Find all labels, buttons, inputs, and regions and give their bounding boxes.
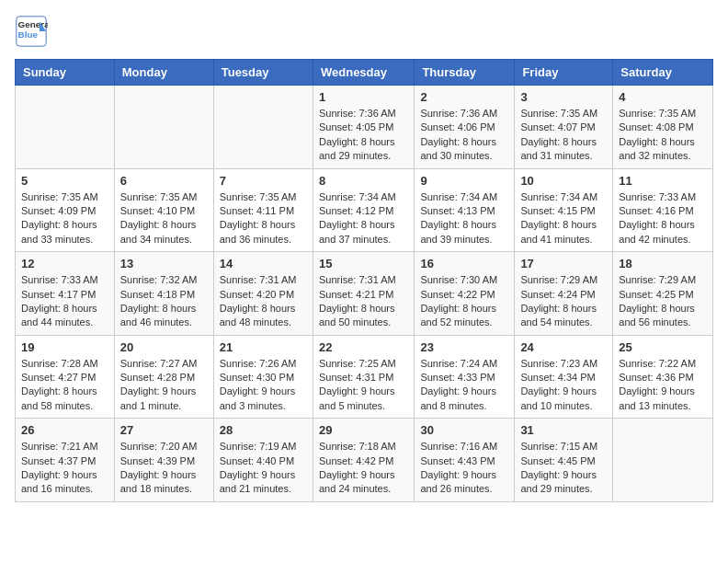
weekday-header-sunday: Sunday xyxy=(16,60,115,86)
weekday-header-friday: Friday xyxy=(515,60,613,86)
calendar-cell: 9Sunrise: 7:34 AM Sunset: 4:13 PM Daylig… xyxy=(415,168,515,252)
day-info: Sunrise: 7:35 AM Sunset: 4:10 PM Dayligh… xyxy=(120,190,208,247)
logo: General Blue xyxy=(15,15,53,48)
weekday-header-tuesday: Tuesday xyxy=(213,60,313,86)
weekday-header-row: SundayMondayTuesdayWednesdayThursdayFrid… xyxy=(16,60,713,86)
day-number: 20 xyxy=(120,340,208,354)
day-number: 13 xyxy=(120,257,208,270)
day-info: Sunrise: 7:29 AM Sunset: 4:24 PM Dayligh… xyxy=(520,273,607,330)
calendar-cell: 11Sunrise: 7:33 AM Sunset: 4:16 PM Dayli… xyxy=(613,168,713,252)
day-number: 6 xyxy=(120,174,208,188)
day-number: 1 xyxy=(319,90,408,104)
day-info: Sunrise: 7:34 AM Sunset: 4:15 PM Dayligh… xyxy=(520,190,607,247)
calendar-cell: 29Sunrise: 7:18 AM Sunset: 4:42 PM Dayli… xyxy=(313,419,414,502)
day-info: Sunrise: 7:15 AM Sunset: 4:45 PM Dayligh… xyxy=(520,440,607,497)
day-info: Sunrise: 7:31 AM Sunset: 4:21 PM Dayligh… xyxy=(319,273,408,330)
day-number: 31 xyxy=(520,423,607,437)
day-info: Sunrise: 7:30 AM Sunset: 4:22 PM Dayligh… xyxy=(420,273,508,330)
day-number: 30 xyxy=(420,423,508,437)
day-number: 10 xyxy=(520,174,607,188)
calendar-cell: 2Sunrise: 7:36 AM Sunset: 4:06 PM Daylig… xyxy=(415,86,515,169)
calendar-cell: 17Sunrise: 7:29 AM Sunset: 4:24 PM Dayli… xyxy=(515,252,613,336)
weekday-header-monday: Monday xyxy=(114,60,213,86)
day-number: 2 xyxy=(420,90,508,104)
day-number: 25 xyxy=(619,340,707,354)
calendar-cell: 20Sunrise: 7:27 AM Sunset: 4:28 PM Dayli… xyxy=(114,335,213,419)
calendar-cell: 23Sunrise: 7:24 AM Sunset: 4:33 PM Dayli… xyxy=(415,335,515,419)
day-info: Sunrise: 7:35 AM Sunset: 4:09 PM Dayligh… xyxy=(21,190,108,247)
day-info: Sunrise: 7:20 AM Sunset: 4:39 PM Dayligh… xyxy=(120,440,208,497)
day-number: 5 xyxy=(21,174,108,188)
page-header: General Blue xyxy=(15,15,713,48)
week-row-2: 5Sunrise: 7:35 AM Sunset: 4:09 PM Daylig… xyxy=(16,168,713,252)
week-row-1: 1Sunrise: 7:36 AM Sunset: 4:05 PM Daylig… xyxy=(16,86,713,169)
calendar-cell: 28Sunrise: 7:19 AM Sunset: 4:40 PM Dayli… xyxy=(213,419,313,502)
calendar-cell: 8Sunrise: 7:34 AM Sunset: 4:12 PM Daylig… xyxy=(313,168,414,252)
calendar-cell: 15Sunrise: 7:31 AM Sunset: 4:21 PM Dayli… xyxy=(313,252,414,336)
calendar-cell: 18Sunrise: 7:29 AM Sunset: 4:25 PM Dayli… xyxy=(613,252,713,336)
calendar-cell: 22Sunrise: 7:25 AM Sunset: 4:31 PM Dayli… xyxy=(313,335,414,419)
day-info: Sunrise: 7:32 AM Sunset: 4:18 PM Dayligh… xyxy=(120,273,208,330)
day-info: Sunrise: 7:35 AM Sunset: 4:11 PM Dayligh… xyxy=(220,190,307,247)
day-info: Sunrise: 7:21 AM Sunset: 4:37 PM Dayligh… xyxy=(21,440,108,497)
calendar-cell: 6Sunrise: 7:35 AM Sunset: 4:10 PM Daylig… xyxy=(114,168,213,252)
calendar-cell: 25Sunrise: 7:22 AM Sunset: 4:36 PM Dayli… xyxy=(613,335,713,419)
day-number: 4 xyxy=(619,90,707,104)
day-info: Sunrise: 7:19 AM Sunset: 4:40 PM Dayligh… xyxy=(220,440,307,497)
calendar-cell: 31Sunrise: 7:15 AM Sunset: 4:45 PM Dayli… xyxy=(515,419,613,502)
day-number: 28 xyxy=(220,423,307,437)
week-row-3: 12Sunrise: 7:33 AM Sunset: 4:17 PM Dayli… xyxy=(16,252,713,336)
calendar-cell: 12Sunrise: 7:33 AM Sunset: 4:17 PM Dayli… xyxy=(16,252,115,336)
day-info: Sunrise: 7:31 AM Sunset: 4:20 PM Dayligh… xyxy=(220,273,307,330)
calendar-cell: 1Sunrise: 7:36 AM Sunset: 4:05 PM Daylig… xyxy=(313,86,414,169)
day-info: Sunrise: 7:35 AM Sunset: 4:07 PM Dayligh… xyxy=(520,107,607,164)
day-info: Sunrise: 7:33 AM Sunset: 4:17 PM Dayligh… xyxy=(21,273,108,330)
day-number: 16 xyxy=(420,257,508,270)
day-number: 19 xyxy=(21,340,108,354)
day-info: Sunrise: 7:36 AM Sunset: 4:06 PM Dayligh… xyxy=(420,107,508,164)
calendar-cell: 5Sunrise: 7:35 AM Sunset: 4:09 PM Daylig… xyxy=(16,168,115,252)
day-number: 8 xyxy=(319,174,408,188)
day-info: Sunrise: 7:29 AM Sunset: 4:25 PM Dayligh… xyxy=(619,273,707,330)
day-info: Sunrise: 7:35 AM Sunset: 4:08 PM Dayligh… xyxy=(619,107,707,164)
day-info: Sunrise: 7:34 AM Sunset: 4:12 PM Dayligh… xyxy=(319,190,408,247)
day-number: 3 xyxy=(520,90,607,104)
day-number: 27 xyxy=(120,423,208,437)
day-info: Sunrise: 7:27 AM Sunset: 4:28 PM Dayligh… xyxy=(120,357,208,414)
day-number: 23 xyxy=(420,340,508,354)
day-number: 11 xyxy=(619,174,707,188)
calendar-cell: 13Sunrise: 7:32 AM Sunset: 4:18 PM Dayli… xyxy=(114,252,213,336)
calendar-cell: 7Sunrise: 7:35 AM Sunset: 4:11 PM Daylig… xyxy=(213,168,313,252)
day-info: Sunrise: 7:24 AM Sunset: 4:33 PM Dayligh… xyxy=(420,357,508,414)
week-row-5: 26Sunrise: 7:21 AM Sunset: 4:37 PM Dayli… xyxy=(16,419,713,502)
weekday-header-thursday: Thursday xyxy=(415,60,515,86)
calendar-cell: 24Sunrise: 7:23 AM Sunset: 4:34 PM Dayli… xyxy=(515,335,613,419)
calendar-cell: 10Sunrise: 7:34 AM Sunset: 4:15 PM Dayli… xyxy=(515,168,613,252)
day-info: Sunrise: 7:34 AM Sunset: 4:13 PM Dayligh… xyxy=(420,190,508,247)
day-number: 9 xyxy=(420,174,508,188)
weekday-header-saturday: Saturday xyxy=(613,60,713,86)
calendar-cell: 27Sunrise: 7:20 AM Sunset: 4:39 PM Dayli… xyxy=(114,419,213,502)
calendar-cell xyxy=(613,419,713,502)
day-info: Sunrise: 7:26 AM Sunset: 4:30 PM Dayligh… xyxy=(220,357,307,414)
calendar-cell xyxy=(16,86,115,169)
day-number: 18 xyxy=(619,257,707,270)
day-info: Sunrise: 7:36 AM Sunset: 4:05 PM Dayligh… xyxy=(319,107,408,164)
calendar-table: SundayMondayTuesdayWednesdayThursdayFrid… xyxy=(15,59,713,502)
calendar-cell: 19Sunrise: 7:28 AM Sunset: 4:27 PM Dayli… xyxy=(16,335,115,419)
calendar-cell: 3Sunrise: 7:35 AM Sunset: 4:07 PM Daylig… xyxy=(515,86,613,169)
calendar-cell: 4Sunrise: 7:35 AM Sunset: 4:08 PM Daylig… xyxy=(613,86,713,169)
calendar-cell: 14Sunrise: 7:31 AM Sunset: 4:20 PM Dayli… xyxy=(213,252,313,336)
day-number: 7 xyxy=(220,174,307,188)
day-info: Sunrise: 7:16 AM Sunset: 4:43 PM Dayligh… xyxy=(420,440,508,497)
calendar-cell xyxy=(114,86,213,169)
calendar-cell: 26Sunrise: 7:21 AM Sunset: 4:37 PM Dayli… xyxy=(16,419,115,502)
weekday-header-wednesday: Wednesday xyxy=(313,60,414,86)
day-number: 17 xyxy=(520,257,607,270)
day-number: 29 xyxy=(319,423,408,437)
week-row-4: 19Sunrise: 7:28 AM Sunset: 4:27 PM Dayli… xyxy=(16,335,713,419)
day-info: Sunrise: 7:33 AM Sunset: 4:16 PM Dayligh… xyxy=(619,190,707,247)
calendar-cell: 16Sunrise: 7:30 AM Sunset: 4:22 PM Dayli… xyxy=(415,252,515,336)
day-info: Sunrise: 7:23 AM Sunset: 4:34 PM Dayligh… xyxy=(520,357,607,414)
svg-text:Blue: Blue xyxy=(18,29,39,40)
